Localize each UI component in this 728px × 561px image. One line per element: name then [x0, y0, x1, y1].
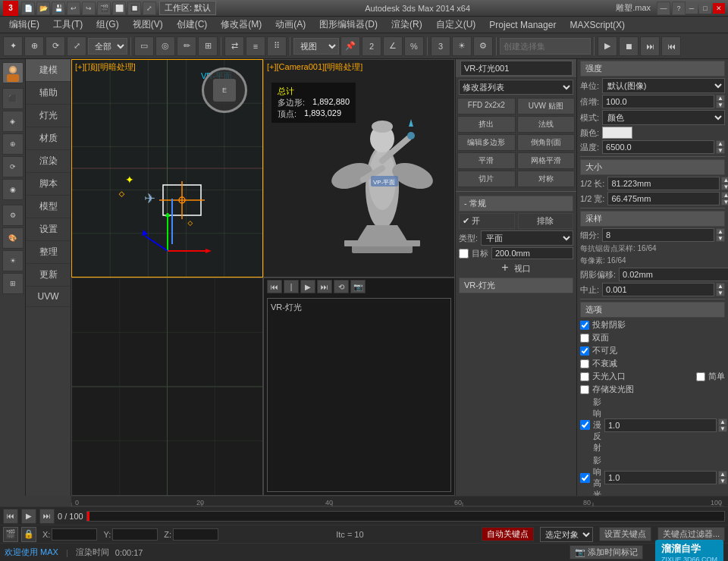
vr-nav-btn3[interactable]: ▶ — [300, 280, 315, 293]
rect-select[interactable]: ▭ — [134, 36, 154, 56]
hh-dn[interactable]: ▼ — [721, 199, 728, 205]
viewport-bottom-left[interactable] — [71, 277, 263, 496]
autokey-btn[interactable]: 自动关键点 — [482, 527, 534, 541]
mult-dn[interactable]: ▼ — [716, 102, 725, 108]
bevel-btn[interactable]: 倒角剖面 — [517, 134, 576, 151]
invisible-input[interactable] — [580, 346, 589, 356]
sidebar-btn1[interactable]: ⬛ — [2, 88, 24, 109]
array-tool[interactable]: ⠿ — [267, 36, 287, 56]
mesh-smooth-btn[interactable]: 网格平滑 — [517, 152, 576, 169]
slice-btn[interactable]: 切片 — [457, 171, 516, 187]
affect-diffuse-val[interactable] — [604, 418, 717, 432]
anim-icon[interactable]: 🎬 — [3, 527, 18, 542]
temp-up[interactable]: ▲ — [716, 140, 725, 147]
menu-create[interactable]: 创建(C) — [171, 17, 214, 33]
cutoff-input[interactable] — [602, 283, 714, 296]
skylight-input[interactable] — [580, 372, 589, 381]
save-button[interactable]: 💾 — [52, 2, 65, 15]
render-settings[interactable]: ⚙ — [473, 36, 493, 56]
snap-toggle[interactable]: 📌 — [340, 36, 360, 56]
vr-nav-btn5[interactable]: ⟲ — [334, 280, 349, 293]
lock-icon[interactable]: 🔒 — [21, 527, 36, 542]
prev-frame[interactable]: ⏮ — [661, 36, 681, 56]
workspace-selector[interactable]: 工作区: 默认 — [159, 1, 216, 15]
redo-button[interactable]: ↪ — [82, 2, 96, 15]
no-decay-input[interactable] — [580, 359, 589, 368]
select-tool[interactable]: ✦ — [3, 36, 23, 56]
color-swatch[interactable] — [602, 127, 632, 139]
icon-minimize[interactable]: — — [657, 2, 670, 15]
mode-select[interactable]: 颜色 — [602, 110, 725, 125]
half-h-input[interactable] — [607, 192, 720, 205]
menu-animate[interactable]: 动画(A) — [269, 17, 312, 33]
vr-nav-btn4[interactable]: ⏭ — [317, 280, 332, 293]
z-input[interactable] — [173, 528, 218, 541]
sidebar-btn4[interactable]: ⟳ — [2, 156, 24, 177]
timeline-play-btn[interactable]: ▶ — [21, 509, 36, 524]
hh-up[interactable]: ▲ — [721, 192, 728, 199]
shadow-bias-input[interactable] — [619, 268, 728, 281]
vr-nav-btn1[interactable]: ⏮ — [267, 280, 282, 293]
cat-render[interactable]: 渲染 — [26, 150, 71, 173]
vr-nav-btn2[interactable]: | — [284, 280, 299, 293]
maximize-button[interactable]: □ — [699, 3, 711, 14]
cat-script[interactable]: 脚本 — [26, 173, 71, 196]
view-selector[interactable]: 视图 — [293, 38, 339, 55]
hw-up[interactable]: ▲ — [721, 177, 728, 183]
store-irr-input[interactable] — [580, 385, 589, 394]
timeline-track[interactable] — [86, 511, 725, 522]
target-value[interactable] — [491, 247, 573, 259]
menu-project-manager[interactable]: Project Manager — [483, 18, 562, 32]
sidebar-btn9[interactable]: ⊞ — [2, 273, 24, 294]
sidebar-btn6[interactable]: ⚙ — [2, 205, 24, 226]
unit-select[interactable]: 默认(图像) — [602, 78, 725, 93]
extrude-btn[interactable]: 挤出 — [457, 116, 516, 133]
general-header[interactable]: - 常规 — [459, 196, 573, 212]
subdiv-up[interactable]: ▲ — [716, 228, 725, 235]
ad-up[interactable]: ▲ — [718, 418, 727, 425]
as-up[interactable]: ▲ — [718, 471, 727, 478]
vr-light-header[interactable]: VR-灯光 — [459, 277, 573, 293]
lasso-select[interactable]: ◎ — [155, 36, 175, 56]
timeline-prev-btn[interactable]: ⏮ — [3, 509, 18, 524]
cat-model[interactable]: 模型 — [26, 196, 71, 218]
menu-modifier[interactable]: 修改器(M) — [215, 17, 268, 33]
type-select[interactable]: 平面 — [481, 230, 573, 246]
select-filter[interactable]: 全部 — [88, 38, 127, 55]
2d-snap[interactable]: 2 — [362, 36, 381, 56]
percent-snap[interactable]: % — [404, 36, 424, 56]
select-target-dropdown[interactable]: 选定对象 — [540, 527, 593, 542]
ffd-btn[interactable]: FFD 2x2x2 — [457, 98, 516, 114]
vr-nav-btn6[interactable]: 📷 — [350, 280, 366, 293]
sidebar-btn3[interactable]: ⊕ — [2, 133, 24, 155]
scale-tool[interactable]: ⤢ — [67, 36, 86, 56]
menu-maxscript[interactable]: MAXScript(X) — [563, 18, 631, 32]
temp-dn[interactable]: ▼ — [716, 147, 725, 154]
hw-dn[interactable]: ▼ — [721, 183, 728, 190]
cat-assist[interactable]: 辅助 — [26, 82, 71, 105]
viewport-camera[interactable]: [+][Camera001][明暗处理] 总计 多边形: 1,892,880 顶… — [263, 59, 455, 277]
menu-view[interactable]: 视图(V) — [127, 17, 169, 33]
render-active[interactable]: ☀ — [452, 36, 472, 56]
modifier-list-dropdown[interactable]: 修改器列表 — [459, 80, 573, 95]
affect-spec-val[interactable] — [604, 471, 717, 484]
mult-up[interactable]: ▲ — [716, 95, 725, 102]
sidebar-btn7[interactable]: 🎨 — [2, 227, 24, 249]
co-dn[interactable]: ▼ — [716, 290, 725, 296]
set-key-btn[interactable]: 设置关键点 — [599, 527, 651, 541]
y-input[interactable] — [112, 528, 158, 541]
double-sided-input[interactable] — [580, 334, 589, 343]
subdiv-dn[interactable]: ▼ — [716, 235, 725, 242]
open-button[interactable]: 📂 — [36, 2, 50, 15]
as-dn[interactable]: ▼ — [718, 478, 727, 484]
menu-graph-editor[interactable]: 图形编辑器(D) — [313, 17, 384, 33]
cat-modeling[interactable]: 建模 — [26, 59, 71, 82]
cat-material[interactable]: 材质 — [26, 127, 71, 150]
new-button[interactable]: 📄 — [21, 2, 35, 15]
smooth-btn[interactable]: 平滑 — [457, 152, 516, 169]
menu-customize[interactable]: 自定义(U) — [430, 17, 482, 33]
on-btn[interactable]: ✔ 开 — [459, 213, 515, 229]
normal-btn[interactable]: 法线 — [517, 116, 576, 133]
align-tool[interactable]: ≡ — [246, 36, 265, 56]
rotate-tool[interactable]: ⟳ — [46, 36, 65, 56]
